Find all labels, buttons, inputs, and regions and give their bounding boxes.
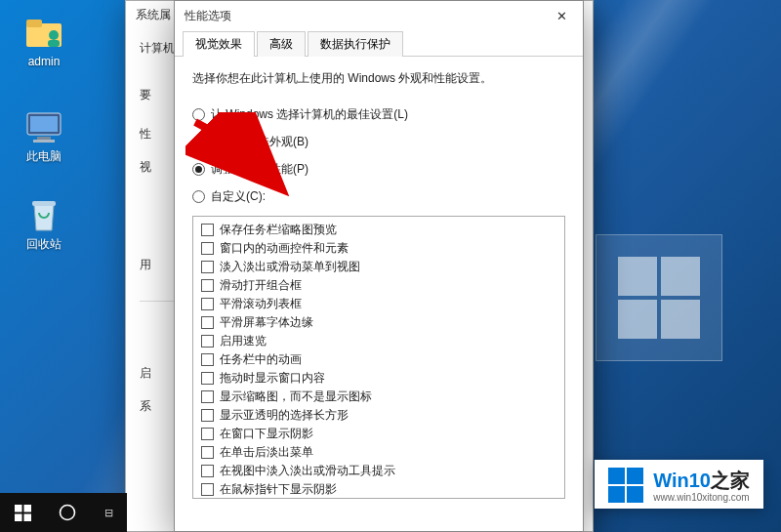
radio-custom[interactable]: 自定义(C):: [192, 183, 565, 210]
desktop-icon-label: 回收站: [10, 236, 78, 253]
list-item[interactable]: 显示缩略图，而不是显示图标: [195, 388, 562, 406]
checkbox-icon: [201, 390, 214, 403]
list-item[interactable]: 显示亚透明的选择长方形: [195, 406, 562, 425]
svg-rect-10: [23, 505, 31, 512]
radio-let-windows-choose[interactable]: 让 Windows 选择计算机的最佳设置(L): [192, 101, 565, 128]
checkbox-icon: [201, 483, 214, 496]
radio-icon: [192, 190, 205, 203]
user-folder-icon: [10, 14, 78, 53]
list-item[interactable]: 在单击后淡出菜单: [195, 443, 562, 462]
check-label: 滑动打开组合框: [220, 277, 302, 294]
checkbox-icon: [201, 409, 214, 422]
radio-icon: [192, 163, 205, 176]
check-label: 任务栏中的动画: [220, 351, 302, 368]
list-item[interactable]: 拖动时显示窗口内容: [195, 369, 562, 388]
description-text: 选择你想在此计算机上使用的 Windows 外观和性能设置。: [192, 70, 565, 87]
desktop-icon-label: 此电脑: [10, 148, 78, 165]
svg-rect-1: [26, 20, 42, 27]
desktop-icon-recycle[interactable]: 回收站: [10, 195, 78, 253]
performance-options-dialog: 性能选项 ✕ 视觉效果 高级 数据执行保护 选择你想在此计算机上使用的 Wind…: [174, 0, 584, 532]
list-item[interactable]: 平滑滚动列表框: [195, 295, 562, 313]
check-label: 平滑滚动列表框: [220, 296, 302, 312]
close-icon: ✕: [556, 9, 567, 23]
checkbox-icon: [201, 298, 214, 310]
check-label: 在单击后淡出菜单: [220, 444, 313, 461]
list-item[interactable]: 淡入淡出或滑动菜单到视图: [195, 258, 562, 276]
checkbox-icon: [201, 335, 214, 348]
windows-logo-icon: [15, 505, 31, 521]
check-label: 启用速览: [220, 333, 267, 349]
radio-label: 调整为最佳外观(B): [211, 134, 308, 150]
check-label: 显示缩略图，而不是显示图标: [220, 389, 372, 405]
list-item[interactable]: 保存任务栏缩略图预览: [195, 221, 562, 239]
svg-rect-7: [33, 140, 55, 143]
taskbar: ⊟: [0, 493, 127, 532]
radio-icon: [192, 108, 205, 121]
radio-label: 调整为最佳性能(P): [211, 161, 308, 178]
list-item[interactable]: 在视图中淡入淡出或滑动工具提示: [195, 462, 562, 480]
cortana-button[interactable]: [45, 493, 90, 532]
check-label: 在窗口下显示阴影: [220, 426, 313, 442]
checkbox-icon: [201, 261, 214, 273]
check-label: 在视图中淡入淡出或滑动工具提示: [220, 463, 395, 479]
svg-point-2: [49, 30, 59, 40]
svg-rect-12: [23, 513, 31, 521]
watermark-brand: Win10之家: [653, 468, 750, 494]
check-label: 淡入淡出或滑动菜单到视图: [220, 259, 360, 275]
circle-icon: [59, 504, 76, 521]
svg-rect-8: [32, 201, 56, 206]
checkbox-icon: [201, 446, 214, 459]
svg-rect-11: [15, 513, 22, 521]
checkbox-icon: [201, 465, 214, 477]
check-label: 拖动时显示窗口内容: [220, 370, 325, 387]
check-label: 窗口内的动画控件和元素: [220, 240, 349, 257]
list-item[interactable]: 在鼠标指针下显示阴影: [195, 480, 562, 499]
task-view-icon: ⊟: [104, 507, 113, 519]
radio-icon: [192, 136, 205, 148]
radio-label: 让 Windows 选择计算机的最佳设置(L): [211, 106, 408, 123]
checkbox-icon: [201, 279, 214, 292]
tab-advanced[interactable]: 高级: [257, 31, 306, 57]
windows-logo-box: [596, 234, 722, 361]
close-button[interactable]: ✕: [540, 1, 583, 30]
check-label: 显示亚透明的选择长方形: [220, 407, 349, 424]
watermark-url: www.win10xitong.com: [653, 492, 750, 503]
list-item[interactable]: 启用速览: [195, 332, 562, 350]
list-item[interactable]: 滑动打开组合框: [195, 276, 562, 295]
check-label: 在鼠标指针下显示阴影: [220, 481, 337, 498]
checkbox-icon: [201, 316, 214, 329]
list-item[interactable]: 平滑屏幕字体边缘: [195, 313, 562, 332]
list-item[interactable]: 窗口内的动画控件和元素: [195, 239, 562, 258]
svg-rect-3: [48, 40, 60, 47]
checkbox-icon: [201, 242, 214, 255]
svg-rect-9: [15, 505, 22, 512]
svg-point-13: [61, 506, 75, 520]
tab-bar: 视觉效果 高级 数据执行保护: [175, 30, 583, 57]
list-item[interactable]: 任务栏中的动画: [195, 350, 562, 369]
radio-best-appearance[interactable]: 调整为最佳外观(B): [192, 128, 565, 155]
dialog-title: 性能选项: [185, 8, 231, 24]
checkbox-icon: [201, 372, 214, 385]
check-label: 保存任务栏缩略图预览: [220, 222, 337, 238]
taskbar-item[interactable]: ⊟: [90, 493, 127, 532]
checkbox-icon: [201, 224, 214, 236]
watermark: Win10之家 www.win10xitong.com: [595, 460, 763, 509]
check-label: 平滑屏幕字体边缘: [220, 314, 313, 331]
effects-checklist[interactable]: 保存任务栏缩略图预览 窗口内的动画控件和元素 淡入淡出或滑动菜单到视图 滑动打开…: [192, 216, 565, 499]
radio-label: 自定义(C):: [211, 188, 266, 205]
windows-logo-icon: [608, 468, 643, 503]
list-item[interactable]: 在窗口下显示阴影: [195, 425, 562, 443]
tab-dep[interactable]: 数据执行保护: [308, 31, 403, 57]
checkbox-icon: [201, 428, 214, 440]
checkbox-icon: [201, 353, 214, 366]
start-button[interactable]: [0, 493, 45, 532]
recycle-bin-icon: [10, 195, 78, 234]
desktop-icon-label: admin: [10, 55, 78, 68]
desktop-icon-admin[interactable]: admin: [10, 14, 78, 68]
svg-rect-5: [30, 116, 58, 132]
computer-icon: [10, 107, 78, 146]
tab-visual-effects[interactable]: 视觉效果: [183, 31, 255, 57]
svg-rect-6: [37, 137, 51, 140]
desktop-icon-thispc[interactable]: 此电脑: [10, 107, 78, 165]
radio-best-performance[interactable]: 调整为最佳性能(P): [192, 155, 565, 183]
